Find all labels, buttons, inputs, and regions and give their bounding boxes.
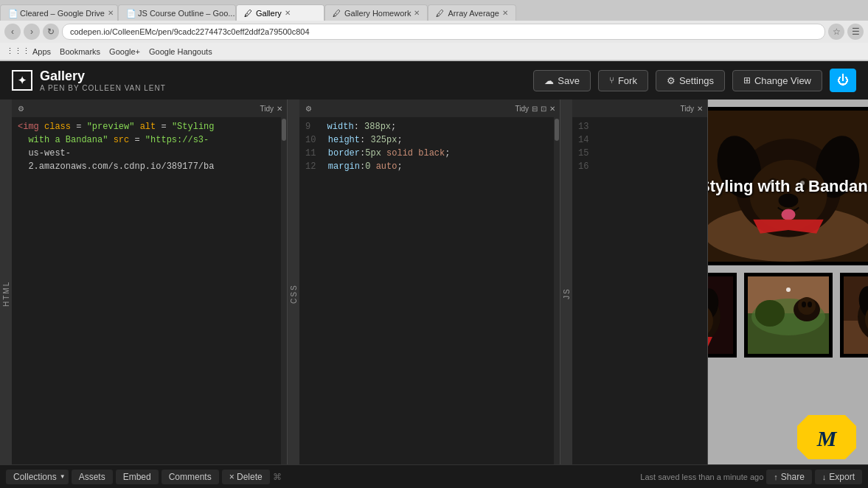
html-editor-content[interactable]: <img class = "preview" alt = "Styling wi… (12, 117, 287, 176)
address-input[interactable] (62, 24, 825, 40)
tab-favicon-3: 🖊 (244, 9, 253, 18)
tab-favicon-4: 🖊 (333, 9, 341, 18)
export-icon: ↓ (822, 473, 827, 481)
css-line-11: 11 border:5px solid black; (305, 147, 557, 160)
html-lang-strip: HTML (0, 100, 12, 488)
html-editor-panel[interactable]: ⚙ Tidy ✕ <img class = "preview" alt = "S… (12, 100, 287, 488)
css-editor-container: CSS ⚙ Tidy ⊟ ⊡ ✕ 9 width: 388px; 10 heig… (288, 100, 560, 488)
bookmark-button[interactable]: ☆ (828, 24, 844, 40)
comments-button[interactable]: Comments (162, 470, 219, 484)
css-scrollbar[interactable] (554, 117, 560, 488)
change-view-button[interactable]: ⊞ Change View (732, 70, 822, 91)
css-maximize-button[interactable]: ⊡ (541, 105, 546, 113)
bottom-bar: Collections ▼ Assets Embed Comments × De… (0, 464, 868, 488)
editors-and-preview: HTML ⚙ Tidy ✕ <img class = "preview" alt… (0, 100, 868, 488)
tab-array-avg[interactable]: 🖊 Array Average ✕ (428, 4, 516, 21)
thumb-svg-3 (844, 276, 869, 354)
pen-title-area: Gallery A PEN BY Colleen van Lent (40, 69, 166, 92)
forward-button[interactable]: › (24, 24, 40, 40)
tab-cleared[interactable]: 📄 Cleared – Google Drive ✕ (0, 4, 118, 21)
html-scroll-thumb[interactable] (282, 119, 286, 141)
share-label: Share (781, 472, 805, 482)
collections-button[interactable]: Collections ▼ (6, 470, 69, 484)
app-container: 📄 Cleared – Google Drive ✕ 📄 JS Course O… (0, 0, 868, 488)
tab-close-1[interactable]: ✕ (108, 9, 114, 17)
tab-gallery[interactable]: 🖊 Gallery ✕ (236, 4, 324, 21)
save-button[interactable]: Save (533, 70, 591, 91)
code-line-3: us-west- (18, 147, 284, 160)
thumbnail-1[interactable]: ✛ (708, 273, 737, 358)
settings-browser-button[interactable]: ☰ (847, 24, 864, 40)
fork-button[interactable]: ⑂ Fork (598, 70, 648, 91)
svg-text:M: M (816, 426, 838, 450)
css-editor-content[interactable]: 9 width: 388px; 10 height: 325px; 11 bor… (299, 117, 560, 176)
svg-point-28 (802, 301, 806, 307)
save-status: Last saved less than a minute ago (640, 473, 763, 481)
tab-favicon-1: 📄 (8, 9, 17, 18)
delete-button[interactable]: × Delete (222, 470, 270, 484)
share-button[interactable]: ↑ Share (766, 470, 812, 484)
bookmark-apps[interactable]: ⋮⋮⋮ Apps (6, 46, 51, 56)
html-gear-button[interactable]: ⚙ (16, 105, 26, 113)
bookmark-apps-label: Apps (32, 47, 51, 56)
export-button[interactable]: ↓ Export (815, 470, 862, 484)
css-editor-panel[interactable]: ⚙ Tidy ⊟ ⊡ ✕ 9 width: 388px; 10 height: … (299, 100, 560, 488)
js-line-14: 14 (578, 133, 704, 147)
css-minimize-button[interactable]: ⊟ (532, 105, 538, 113)
svg-point-25 (755, 300, 785, 327)
bookmark-googleplus[interactable]: Google+ (109, 47, 140, 56)
assets-label: Assets (79, 472, 105, 482)
power-button[interactable]: ⏻ (830, 69, 856, 92)
assets-button[interactable]: Assets (72, 470, 113, 484)
thumb-svg-1: ✛ (708, 276, 733, 354)
tab-close-3[interactable]: ✕ (285, 9, 291, 17)
js-line-16: 16 (578, 160, 704, 173)
bookmark-hangouts[interactable]: Google Hangouts (149, 47, 212, 56)
js-tidy-button[interactable]: Tidy (680, 105, 694, 113)
html-close-button[interactable]: ✕ (277, 105, 282, 113)
tab-js-course[interactable]: 📄 JS Course Outline – Goo... ✕ (118, 4, 236, 21)
thumbnail-row: ✛ (708, 273, 868, 358)
html-tidy-button[interactable]: Tidy (260, 105, 274, 113)
thumbnail-2[interactable] (744, 273, 833, 358)
pen-author: A PEN BY Colleen van Lent (40, 84, 166, 92)
js-close-button[interactable]: ✕ (697, 105, 703, 113)
css-line-10: 10 height: 325px; (305, 133, 557, 147)
tab-label-2: JS Course Outline – Goo... (138, 9, 235, 18)
thumbnail-3[interactable] (840, 273, 869, 358)
js-editor-panel[interactable]: Tidy ✕ 13 14 15 16 (572, 100, 707, 488)
html-editor-container: HTML ⚙ Tidy ✕ <img class = "preview" alt… (0, 100, 288, 488)
code-line-2: with a Bandana" src = "https://s3- (18, 133, 284, 147)
back-button[interactable]: ‹ (4, 24, 21, 40)
css-line-9: 9 width: 388px; (305, 120, 557, 133)
svg-point-30 (786, 287, 791, 292)
share-icon: ↑ (774, 473, 778, 481)
tab-close-4[interactable]: ✕ (414, 9, 420, 17)
bookmark-bookmarks[interactable]: Bookmarks (60, 47, 100, 56)
tab-gallery-hw[interactable]: 🖊 Gallery Homework ✕ (324, 4, 428, 21)
tab-close-5[interactable]: ✕ (502, 9, 508, 17)
bookmark-gplus-label: Google+ (109, 47, 140, 56)
embed-button[interactable]: Embed (116, 470, 159, 484)
codepen-logo-symbol: ✦ (18, 74, 27, 86)
css-tidy-button[interactable]: Tidy (515, 105, 529, 113)
css-gear-button[interactable]: ⚙ (304, 105, 313, 113)
css-close-button[interactable]: ✕ (549, 105, 555, 113)
js-editor-container: JS Tidy ✕ 13 14 15 16 (560, 100, 708, 488)
js-right-controls: Tidy ✕ (680, 105, 703, 113)
html-editor-header: ⚙ Tidy ✕ (12, 100, 287, 117)
js-editor-content[interactable]: 13 14 15 16 (572, 117, 707, 176)
export-label: Export (829, 472, 855, 482)
html-scrollbar[interactable] (281, 117, 287, 488)
bookmark-bookmarks-label: Bookmarks (60, 47, 100, 56)
css-scroll-thumb[interactable] (555, 119, 559, 141)
thumb-svg-2 (748, 276, 829, 354)
save-label: Save (558, 75, 580, 86)
collections-label: Collections (13, 472, 57, 482)
refresh-button[interactable]: ↻ (43, 24, 59, 40)
js-line-13: 13 (578, 120, 704, 133)
change-view-icon: ⊞ (743, 75, 751, 86)
settings-button[interactable]: Settings (656, 70, 725, 91)
svg-point-27 (798, 297, 816, 315)
cmd-icon: ⌘ (273, 472, 282, 482)
